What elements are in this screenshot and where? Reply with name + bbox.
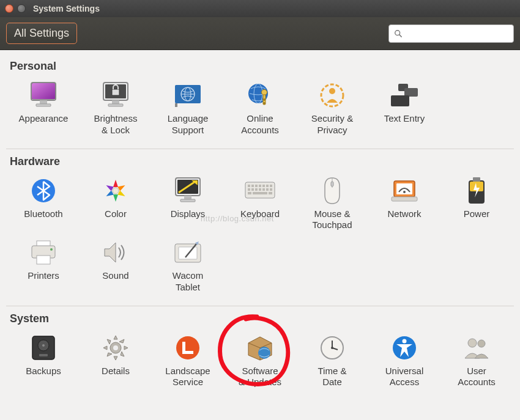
svg-point-84 — [478, 340, 485, 347]
printers-icon — [28, 237, 59, 268]
settings-content: Personal Appearance — [0, 50, 520, 420]
svg-rect-32 — [184, 196, 191, 199]
grid-personal: Appearance Brightness & Lock — [6, 75, 514, 145]
search-icon — [394, 29, 403, 38]
svg-point-69 — [42, 344, 45, 347]
tile-online-accounts[interactable]: Online Accounts — [224, 76, 296, 139]
universal-access-icon — [389, 333, 420, 363]
tile-label: Security & Privacy — [311, 113, 353, 136]
tile-label: Details — [102, 366, 130, 377]
tile-label: Brightness & Lock — [94, 113, 138, 136]
tile-security-privacy[interactable]: Security & Privacy — [296, 76, 368, 139]
svg-rect-40 — [266, 185, 269, 187]
search-input-wrap[interactable] — [388, 24, 514, 43]
tile-user-accounts[interactable]: User Accounts — [440, 329, 513, 391]
svg-point-83 — [468, 339, 477, 347]
svg-point-73 — [176, 336, 199, 359]
svg-point-29 — [113, 188, 119, 194]
svg-rect-53 — [331, 182, 333, 186]
svg-rect-6 — [36, 104, 51, 106]
tile-keyboard[interactable]: Keyboard — [224, 172, 296, 234]
tile-brightness-lock[interactable]: Brightness & Lock — [80, 76, 152, 139]
keyboard-icon — [245, 175, 275, 206]
tile-appearance[interactable]: Appearance — [7, 76, 80, 139]
svg-rect-36 — [251, 185, 254, 187]
svg-rect-50 — [253, 192, 267, 194]
svg-rect-38 — [259, 185, 261, 187]
tile-power[interactable]: Power — [440, 172, 513, 234]
grid-hardware: Bluetooth Color — [6, 171, 514, 302]
tile-label: Language Support — [168, 113, 209, 136]
toolbar: All Settings — [0, 17, 520, 50]
window-title: System Settings — [33, 4, 100, 13]
tile-sound[interactable]: Sound — [80, 234, 152, 296]
power-icon — [461, 175, 492, 206]
svg-rect-70 — [39, 354, 48, 356]
tile-bluetooth[interactable]: Bluetooth — [7, 172, 80, 234]
online-accounts-icon — [245, 80, 275, 111]
svg-point-80 — [331, 347, 333, 349]
close-icon[interactable] — [5, 4, 13, 13]
svg-point-56 — [403, 191, 406, 193]
tile-label: Landscape Service — [165, 366, 210, 389]
tile-label: Displays — [171, 208, 206, 220]
svg-rect-37 — [255, 185, 258, 187]
network-icon — [389, 175, 420, 206]
tile-label: Sound — [102, 270, 128, 282]
tile-text-entry[interactable]: Text Entry — [368, 76, 440, 139]
all-settings-button[interactable]: All Settings — [6, 23, 77, 44]
section-title-system: System — [10, 312, 514, 325]
security-privacy-icon — [317, 80, 347, 111]
software-updates-icon — [245, 333, 275, 363]
svg-rect-44 — [255, 188, 258, 191]
svg-rect-3 — [32, 83, 55, 99]
tile-displays[interactable]: Displays — [152, 172, 224, 234]
tile-label: Appearance — [19, 113, 69, 125]
tile-label: Keyboard — [240, 208, 280, 220]
svg-rect-47 — [266, 188, 269, 191]
tile-universal-access[interactable]: Universal Access — [368, 329, 440, 391]
svg-rect-9 — [112, 100, 119, 104]
section-title-hardware: Hardware — [10, 155, 514, 168]
tile-time-date[interactable]: Time & Date — [296, 329, 368, 391]
tile-landscape-service[interactable]: Landscape Service — [152, 329, 224, 391]
svg-rect-66 — [179, 247, 197, 259]
svg-rect-33 — [180, 199, 195, 202]
svg-rect-42 — [248, 188, 250, 191]
tile-language-support[interactable]: Language Support — [152, 76, 224, 139]
appearance-icon — [28, 80, 59, 111]
svg-point-72 — [113, 345, 118, 350]
tile-wacom-tablet[interactable]: Wacom Tablet — [152, 234, 224, 296]
svg-point-19 — [262, 90, 267, 95]
search-input[interactable] — [406, 29, 508, 38]
tile-software-updates[interactable]: Software & Updates — [224, 329, 296, 391]
bluetooth-icon — [28, 175, 59, 206]
grid-system: Backups Details — [6, 328, 514, 397]
tile-label: Color — [105, 208, 127, 220]
language-support-icon — [173, 80, 203, 111]
tile-details[interactable]: Details — [80, 329, 152, 391]
tile-printers[interactable]: Printers — [7, 234, 80, 296]
tile-backups[interactable]: Backups — [7, 329, 80, 391]
wacom-tablet-icon — [173, 237, 203, 268]
minimize-icon[interactable] — [17, 4, 26, 13]
svg-rect-27 — [391, 95, 409, 106]
svg-point-22 — [263, 102, 266, 105]
tile-label: Text Entry — [384, 113, 425, 125]
svg-rect-43 — [251, 188, 254, 191]
text-entry-icon — [389, 80, 420, 111]
tile-mouse-touchpad[interactable]: Mouse & Touchpad — [296, 172, 368, 234]
svg-rect-35 — [248, 185, 250, 187]
brightness-lock-icon — [100, 80, 131, 111]
divider — [6, 306, 514, 306]
mouse-icon — [317, 175, 347, 206]
svg-rect-49 — [248, 192, 251, 194]
tile-label: Power — [464, 208, 490, 220]
svg-rect-5 — [40, 100, 47, 104]
tile-color[interactable]: Color — [80, 172, 152, 234]
svg-point-64 — [50, 248, 53, 251]
tile-network[interactable]: Network — [368, 172, 440, 234]
color-icon — [100, 175, 131, 206]
svg-rect-39 — [262, 185, 265, 187]
tile-label: Software & Updates — [239, 366, 281, 389]
